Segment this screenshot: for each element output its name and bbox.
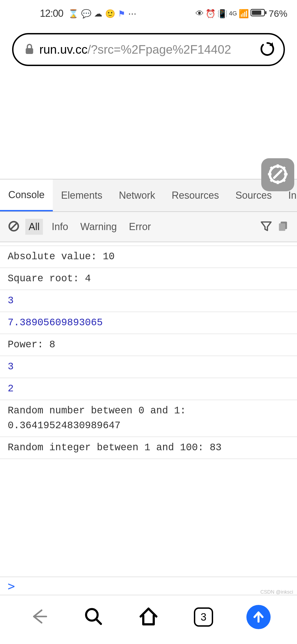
filter-warning[interactable]: Warning [77,219,120,235]
battery-icon [251,8,267,19]
console-log-entry: 2 [0,378,297,400]
more-icon: ⋯ [128,9,136,18]
gear-wrench-icon [267,163,288,186]
console-output: Absolute value: 10Square root: 437.38905… [0,245,297,459]
filter-all[interactable]: All [25,219,43,235]
reload-icon[interactable] [259,41,275,58]
tabs-button[interactable]: 3 [190,603,217,631]
clear-console-icon[interactable] [8,220,20,233]
console-log-entry: 7.38905609893065 [0,312,297,334]
search-button[interactable] [80,603,107,631]
wechat-icon: ☁ [94,9,102,18]
svg-line-9 [271,167,273,169]
share-up-button[interactable] [245,603,272,631]
svg-rect-2 [252,10,261,15]
back-button[interactable] [25,603,52,631]
watermark: CSDN @inksci [260,589,293,595]
tab-network[interactable]: Network [111,179,163,211]
home-icon [138,606,159,628]
alarm-icon: ⏰ [205,9,216,18]
filter-funnel-icon[interactable] [260,220,272,233]
arrow-left-icon [29,607,48,627]
tab-resources[interactable]: Resources [163,179,227,211]
hourglass-icon: ⌛ [68,9,78,18]
signal-bars-icon: 📶 [239,9,249,18]
console-log-entry: Random number between 0 and 1: 0.3641952… [0,400,297,437]
svg-rect-17 [279,223,285,231]
url-bar-container: run.uv.cc/?src=%2Fpage%2F14402 [0,25,297,69]
status-time: 12:00 [40,8,63,19]
filter-info[interactable]: Info [48,219,72,235]
devtools-tabs: Console Elements Network Resources Sourc… [0,179,297,212]
lock-icon [24,43,34,56]
svg-line-11 [271,179,273,181]
face-icon: 🙂 [105,9,115,18]
url-text: run.uv.cc/?src=%2Fpage%2F14402 [39,43,254,56]
vibrate-icon: 📳 [217,9,227,18]
svg-line-15 [10,223,17,230]
console-log-entry: 3 [0,290,297,312]
console-log-entry: 3 [0,356,297,378]
svg-line-13 [274,171,281,178]
status-right: 👁 ⏰ 📳 4G 📶 76% [196,8,287,19]
console-log-entry: Power: 8 [0,334,297,356]
url-host: run.uv.cc [39,43,87,56]
battery-percent: 76% [269,8,287,19]
tabs-count: 3 [194,607,213,627]
svg-line-19 [97,620,101,624]
search-icon [84,607,103,627]
status-left: 12:00 ⌛ 💬 ☁ 🙂 ⚑ ⋯ [40,8,136,19]
copy-icon[interactable] [278,220,289,233]
filter-error[interactable]: Error [126,219,154,235]
eye-icon: 👁 [196,9,204,18]
console-prompt[interactable]: > [0,577,297,595]
signal-4g-icon: 4G [229,10,237,17]
flag-icon: ⚑ [118,9,125,18]
svg-rect-3 [26,48,33,54]
console-filter-row: All Info Warning Error [0,212,297,242]
svg-rect-1 [265,11,266,14]
console-log-entry: Absolute value: 10 [0,245,297,268]
tab-elements[interactable]: Elements [53,179,111,211]
svg-line-12 [283,167,285,169]
url-bar[interactable]: run.uv.cc/?src=%2Fpage%2F14402 [12,33,285,66]
chat-bubble-icon: 💬 [81,9,91,18]
console-log-entry: Random integer between 1 and 100: 83 [0,437,297,459]
tab-console[interactable]: Console [0,179,53,211]
arrow-up-circle-icon [246,605,271,629]
status-bar: 12:00 ⌛ 💬 ☁ 🙂 ⚑ ⋯ 👁 ⏰ 📳 4G 📶 76% [0,0,297,25]
chevron-right-icon: > [8,579,15,593]
browser-bottom-nav: 3 [0,598,297,636]
svg-line-10 [283,179,285,181]
console-log-entry: Square root: 4 [0,268,297,290]
url-path: /?src=%2Fpage%2F14402 [87,43,231,56]
home-button[interactable] [135,603,162,631]
devtools-panel: Console Elements Network Resources Sourc… [0,179,297,459]
devtools-settings-button[interactable] [261,158,294,191]
